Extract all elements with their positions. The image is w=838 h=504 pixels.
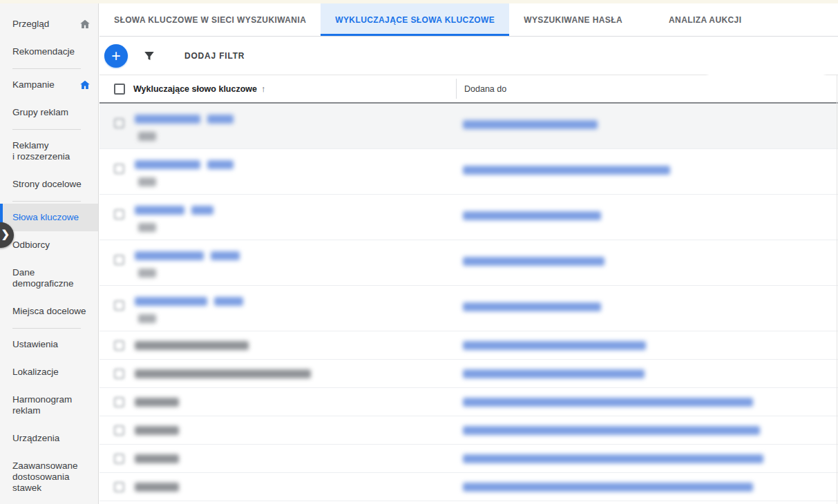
keyword-subtext-redacted bbox=[138, 132, 156, 141]
keyword-subtext-redacted bbox=[138, 314, 156, 323]
chevron-right-icon: ❯ bbox=[1, 228, 10, 240]
sidebar-item-grupy-reklam[interactable]: Grupy reklam bbox=[0, 99, 98, 126]
sidebar-item-label: Ustawienia bbox=[12, 339, 91, 350]
sidebar-item-label: Miejsca docelowe bbox=[12, 306, 91, 317]
added-to-link-redacted[interactable] bbox=[463, 211, 601, 220]
tab-analiza-aukcji[interactable]: ANALIZA AUKCJI bbox=[654, 3, 756, 36]
sidebar-item-urzadzenia[interactable]: Urządzenia bbox=[0, 425, 98, 452]
sidebar-item-lokalizacje[interactable]: Lokalizacje bbox=[0, 358, 98, 386]
negative-keyword-link-redacted[interactable] bbox=[191, 206, 213, 215]
sidebar-item-label: Rekomendacje bbox=[12, 46, 91, 57]
sidebar-item-label: Urządzenia bbox=[12, 433, 91, 444]
sidebar-item-slowa-kluczowe[interactable]: Słowa kluczowe bbox=[0, 204, 98, 231]
add-filter-label: DODAJ FILTR bbox=[184, 51, 245, 61]
added-to-link-redacted[interactable] bbox=[463, 369, 645, 378]
negative-keyword-link-redacted[interactable] bbox=[214, 297, 243, 306]
negative-keyword-link-redacted[interactable] bbox=[135, 251, 204, 260]
table-body bbox=[99, 104, 838, 501]
row-checkbox[interactable] bbox=[114, 118, 124, 128]
added-to-link-redacted[interactable] bbox=[463, 257, 604, 266]
table-row bbox=[99, 104, 838, 149]
added-to-link-redacted[interactable] bbox=[463, 426, 760, 435]
tab-wykluczajace-slowa-kluczowe[interactable]: WYKLUCZAJĄCE SŁOWA KLUCZOWE bbox=[321, 3, 509, 36]
table-row bbox=[99, 240, 838, 286]
sidebar-item-label: Zaawansowane dostosowania stawek bbox=[12, 461, 91, 494]
sidebar-divider bbox=[12, 129, 81, 130]
column-header-added-to[interactable]: Dodana do bbox=[464, 84, 506, 94]
added-to-link-redacted[interactable] bbox=[463, 166, 670, 175]
added-to-link-redacted[interactable] bbox=[463, 454, 763, 463]
sidebar-item-miejsca-docelowe[interactable]: Miejsca docelowe bbox=[0, 298, 98, 325]
row-checkbox[interactable] bbox=[114, 397, 124, 407]
table-right-border bbox=[837, 75, 837, 504]
row-checkbox[interactable] bbox=[114, 369, 124, 379]
row-checkbox[interactable] bbox=[114, 300, 124, 311]
sidebar-item-dane-demograficzne[interactable]: Dane demograficzne bbox=[0, 259, 98, 298]
added-to-link-redacted[interactable] bbox=[463, 341, 646, 350]
negative-keyword-link-redacted[interactable] bbox=[207, 160, 234, 169]
negative-keyword-link-redacted[interactable] bbox=[207, 115, 234, 124]
negative-keywords-table: Wykluczające słowo kluczowe ↑ Dodana do bbox=[99, 75, 838, 501]
sidebar-item-label: Odbiorcy bbox=[12, 240, 91, 251]
column-divider bbox=[456, 79, 457, 99]
negative-keyword-link-redacted[interactable] bbox=[135, 206, 184, 215]
sidebar-item-strony-docelowe[interactable]: Strony docelowe bbox=[0, 171, 98, 198]
sort-ascending-icon[interactable]: ↑ bbox=[261, 84, 266, 94]
sidebar-item-label: Kampanie bbox=[12, 79, 75, 90]
select-all-checkbox[interactable] bbox=[114, 84, 125, 95]
added-to-link-redacted[interactable] bbox=[463, 120, 598, 129]
row-checkbox[interactable] bbox=[114, 255, 124, 265]
keyword-subtext-redacted bbox=[138, 177, 156, 186]
sidebar-item-label: Lokalizacje bbox=[12, 367, 91, 378]
row-checkbox[interactable] bbox=[114, 164, 124, 174]
home-icon bbox=[79, 18, 91, 30]
negative-keyword-link-redacted[interactable] bbox=[135, 297, 207, 306]
tab-wyszukiwane-hasla[interactable]: WYSZUKIWANE HASŁA bbox=[509, 3, 637, 36]
funnel-icon bbox=[143, 50, 155, 62]
sidebar-item-przeglad[interactable]: Przegląd bbox=[0, 10, 98, 38]
home-icon bbox=[79, 79, 91, 91]
negative-keyword-link-redacted[interactable] bbox=[135, 115, 200, 124]
table-row bbox=[99, 360, 838, 388]
tab-slowa-kluczowe-w-sieci[interactable]: SŁOWA KLUCZOWE W SIECI WYSZUKIWANIA bbox=[99, 3, 321, 36]
sidebar-item-harmonogram-reklam[interactable]: Harmonogram reklam bbox=[0, 386, 98, 425]
added-to-link-redacted[interactable] bbox=[463, 483, 753, 492]
table-row bbox=[99, 149, 838, 195]
plus-icon: + bbox=[111, 47, 120, 65]
keyword-subtext-redacted bbox=[138, 269, 156, 278]
add-negative-keyword-button[interactable]: + bbox=[104, 44, 128, 68]
sidebar-item-odbiorcy[interactable]: Odbiorcy bbox=[0, 231, 98, 259]
sidebar-item-zaawansowane-dostosowania-stawek[interactable]: Zaawansowane dostosowania stawek bbox=[0, 452, 98, 502]
row-checkbox[interactable] bbox=[114, 340, 124, 351]
negative-keyword-text-redacted bbox=[135, 398, 179, 407]
sidebar-item-label: Przegląd bbox=[12, 19, 75, 30]
sidebar-divider bbox=[12, 68, 81, 69]
negative-keyword-link-redacted[interactable] bbox=[211, 251, 240, 260]
table-row bbox=[99, 286, 838, 331]
keyword-subtext-redacted bbox=[138, 223, 156, 232]
sidebar-item-kampanie[interactable]: Kampanie bbox=[0, 71, 98, 99]
negative-keyword-link-redacted[interactable] bbox=[135, 160, 200, 169]
added-to-link-redacted[interactable] bbox=[463, 398, 753, 407]
table-row bbox=[99, 331, 838, 360]
add-filter-button[interactable]: DODAJ FILTR bbox=[143, 50, 245, 62]
row-checkbox[interactable] bbox=[114, 209, 124, 220]
column-header-negative-keyword[interactable]: Wykluczające słowo kluczowe bbox=[133, 84, 257, 94]
sidebar-item-label: Dane demograficzne bbox=[12, 267, 91, 289]
table-header-row: Wykluczające słowo kluczowe ↑ Dodana do bbox=[99, 75, 838, 104]
sidebar-divider bbox=[12, 328, 81, 329]
negative-keyword-text-redacted bbox=[135, 426, 179, 435]
negative-keyword-text-redacted bbox=[135, 454, 179, 463]
row-checkbox[interactable] bbox=[114, 454, 124, 464]
table-toolbar: + DODAJ FILTR bbox=[99, 37, 838, 75]
added-to-link-redacted[interactable] bbox=[463, 302, 601, 311]
negative-keyword-text-redacted bbox=[135, 483, 179, 492]
row-checkbox[interactable] bbox=[114, 425, 124, 436]
sidebar-item-rekomendacje[interactable]: Rekomendacje bbox=[0, 38, 98, 66]
table-row bbox=[99, 388, 838, 416]
sidebar-item-reklamy-i-rozszerzenia[interactable]: Reklamy i rozszerzenia bbox=[0, 132, 98, 171]
negative-keyword-text-redacted bbox=[135, 341, 249, 350]
tab-bar: SŁOWA KLUCZOWE W SIECI WYSZUKIWANIA WYKL… bbox=[99, 3, 838, 37]
row-checkbox[interactable] bbox=[114, 482, 124, 492]
sidebar-item-ustawienia[interactable]: Ustawienia bbox=[0, 331, 98, 358]
